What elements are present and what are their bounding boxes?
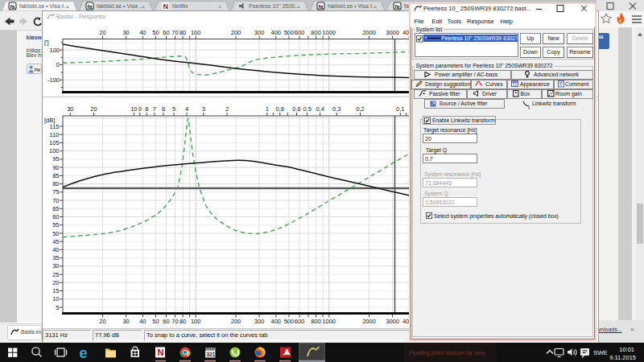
svg-text:8: 8 — [145, 105, 148, 113]
svg-text:30: 30 — [122, 318, 129, 325]
svg-text:80: 80 — [52, 180, 59, 187]
svg-text:e: e — [80, 345, 88, 361]
svg-text:1: 1 — [266, 105, 269, 113]
svg-text:30: 30 — [122, 29, 129, 36]
svg-text:10: 10 — [52, 295, 59, 302]
svg-text:75: 75 — [52, 188, 59, 195]
svg-text:20: 20 — [90, 105, 97, 113]
svg-text:2000: 2000 — [362, 29, 376, 36]
svg-text:Floating point division by zer: Floating point division by zero — [409, 349, 485, 356]
svg-text:300: 300 — [254, 29, 265, 36]
svg-text:90: 90 — [52, 164, 59, 171]
svg-text:321: 321 — [207, 352, 216, 357]
svg-text:10: 10 — [130, 105, 137, 113]
svg-text:20: 20 — [52, 279, 59, 286]
svg-text:3000: 3000 — [386, 29, 399, 36]
svg-text:300: 300 — [254, 318, 265, 325]
svg-text:800: 800 — [311, 318, 321, 325]
svg-text:100: 100 — [191, 318, 201, 325]
svg-text:9: 9 — [138, 105, 142, 113]
svg-text:2: 2 — [225, 105, 229, 113]
svg-text:9.11.2015: 9.11.2015 — [609, 354, 636, 361]
svg-text:400: 400 — [271, 318, 282, 325]
svg-text:200: 200 — [231, 29, 242, 36]
svg-text:100: 100 — [49, 147, 60, 154]
svg-text:5: 5 — [56, 304, 59, 311]
svg-text:1000: 1000 — [322, 318, 336, 325]
svg-text:1000: 1000 — [322, 29, 336, 36]
svg-text:3: 3 — [202, 105, 205, 113]
svg-text:95: 95 — [52, 155, 59, 162]
svg-text:5: 5 — [172, 105, 175, 113]
svg-text:80: 80 — [180, 29, 186, 36]
svg-text:30: 30 — [67, 105, 73, 113]
svg-text:30: 30 — [52, 262, 59, 269]
svg-text:7: 7 — [153, 105, 156, 113]
svg-text:65: 65 — [52, 205, 59, 212]
svg-text:85: 85 — [52, 172, 59, 179]
svg-text:70: 70 — [52, 197, 59, 204]
svg-text:200: 200 — [231, 318, 242, 325]
svg-text:[′]: [′] — [44, 39, 49, 46]
svg-text:20: 20 — [99, 318, 105, 325]
svg-text:6: 6 — [162, 105, 165, 113]
svg-text:0,8: 0,8 — [276, 105, 284, 113]
svg-text:0,5: 0,5 — [303, 105, 311, 113]
svg-text:110: 110 — [50, 131, 60, 138]
svg-text:-100: -100 — [47, 76, 60, 84]
svg-text:600: 600 — [295, 318, 305, 325]
svg-text:0,3: 0,3 — [332, 105, 341, 113]
svg-text:55: 55 — [52, 221, 59, 228]
svg-text:400: 400 — [271, 29, 282, 36]
svg-text:40: 40 — [52, 246, 59, 253]
svg-text:15: 15 — [52, 287, 59, 294]
svg-text:600: 600 — [295, 29, 305, 36]
svg-text:4: 4 — [185, 105, 188, 113]
svg-text:40: 40 — [139, 29, 146, 36]
svg-text:80: 80 — [180, 318, 186, 325]
svg-text:60: 60 — [163, 29, 169, 36]
svg-text:0,4: 0,4 — [316, 105, 324, 113]
svg-text:60: 60 — [163, 318, 169, 325]
svg-text:10:01: 10:01 — [619, 346, 634, 353]
svg-text:0,6: 0,6 — [292, 105, 300, 113]
svg-text:500: 500 — [284, 29, 295, 36]
svg-text:0,2: 0,2 — [356, 105, 364, 113]
svg-text:50: 50 — [152, 318, 159, 325]
svg-text:50: 50 — [52, 230, 59, 237]
svg-text:2000: 2000 — [362, 318, 376, 325]
svg-text:60: 60 — [52, 213, 59, 220]
svg-text:SWE: SWE — [593, 349, 608, 356]
svg-text:100: 100 — [191, 29, 201, 36]
svg-text:800: 800 — [311, 29, 321, 36]
svg-text:3000: 3000 — [386, 318, 399, 325]
svg-text:100: 100 — [49, 47, 60, 54]
svg-text:105: 105 — [49, 139, 60, 146]
svg-text:500: 500 — [284, 318, 295, 325]
svg-text:50: 50 — [152, 29, 159, 36]
svg-text:0,1: 0,1 — [396, 105, 404, 113]
svg-text:70: 70 — [171, 318, 178, 325]
svg-text:35: 35 — [52, 254, 59, 261]
svg-text:70: 70 — [171, 29, 178, 36]
svg-text:45: 45 — [52, 238, 59, 245]
svg-text:N: N — [158, 348, 164, 357]
svg-text:115: 115 — [50, 123, 60, 130]
svg-text:0: 0 — [56, 61, 60, 68]
svg-text:40: 40 — [139, 318, 146, 325]
svg-text:20: 20 — [99, 29, 105, 36]
svg-text:25: 25 — [52, 271, 59, 278]
